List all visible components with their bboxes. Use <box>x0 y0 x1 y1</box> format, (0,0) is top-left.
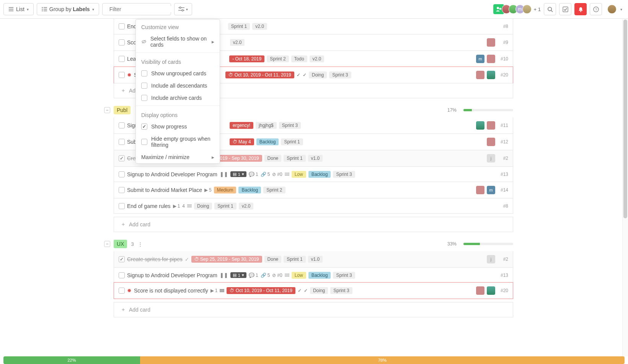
avatar[interactable]: j <box>487 154 495 162</box>
checkbox[interactable] <box>119 272 125 278</box>
checkbox[interactable] <box>119 288 125 294</box>
progress-bar <box>463 243 513 245</box>
avatar[interactable] <box>487 38 495 47</box>
svg-point-19 <box>580 11 581 12</box>
search-icon <box>547 6 553 12</box>
card-row[interactable]: Submit to Android Market Place ▶ 5 Mediu… <box>114 182 513 198</box>
eye-off-icon <box>141 39 147 44</box>
menu-show-ungrouped[interactable]: Show ungrouped cards <box>136 67 220 80</box>
card-number: #20 <box>498 72 508 78</box>
bug-icon: ✹ <box>127 288 132 294</box>
card-row[interactable]: Signup to Android Developer Program ❚❚ ▤… <box>114 166 513 182</box>
add-card-button[interactable]: ＋Add card <box>114 302 513 317</box>
avatar <box>607 5 617 14</box>
avatar[interactable] <box>476 121 484 130</box>
filter-input-wrapper[interactable] <box>102 3 171 15</box>
add-card-button[interactable]: ＋Add card <box>114 217 513 232</box>
check-square-icon <box>563 6 568 12</box>
pill: Sprint 3 <box>333 171 355 178</box>
plus-icon: ＋ <box>121 87 126 94</box>
checkbox[interactable] <box>119 23 125 29</box>
collapse-button[interactable]: − <box>104 241 110 247</box>
view-list-button[interactable]: List ▾ <box>3 3 34 15</box>
user-menu[interactable]: ▾ <box>605 4 625 15</box>
checkbox-checked[interactable] <box>119 155 125 161</box>
avatar[interactable]: j <box>487 255 495 263</box>
pill-backlog: Backlog <box>308 171 331 178</box>
avatar[interactable] <box>487 138 495 146</box>
svg-rect-8 <box>44 11 47 11</box>
menu-show-progress[interactable]: Show progress <box>136 120 220 133</box>
svg-text:?: ? <box>595 8 597 11</box>
pill: Sprint 3 <box>279 122 301 129</box>
avatar[interactable] <box>476 186 484 194</box>
customize-view-button[interactable]: ▾ <box>174 3 192 15</box>
avatar[interactable]: m <box>487 186 495 194</box>
card-row[interactable]: End of game rules ▶ 1 4 Doing Sprint 1 v… <box>114 198 513 213</box>
collaborator-avatars[interactable]: m + 1 <box>493 4 541 14</box>
checkbox <box>141 139 147 145</box>
group-header-ux: − UX 3 ⋮ 33% <box>114 240 513 248</box>
plus-icon: ＋ <box>121 306 126 313</box>
notifications-button[interactable] <box>574 3 587 15</box>
card-row-bug[interactable]: ✹ Score is not displayed correctly ▶ 1 ⏱… <box>114 282 513 299</box>
avatar[interactable] <box>487 286 495 295</box>
avatar-overflow[interactable]: + 1 <box>534 6 541 12</box>
pause-icon: ❚❚ <box>220 272 228 278</box>
checkbox[interactable] <box>119 72 125 78</box>
group-label[interactable]: UX <box>114 240 127 248</box>
checkbox <box>141 70 147 76</box>
checkbox[interactable] <box>119 187 125 193</box>
menu-include-descendants[interactable]: Include all descendants <box>136 80 220 92</box>
chevron-down-icon: ▾ <box>186 7 188 11</box>
scrollbar[interactable] <box>622 20 628 356</box>
group-label[interactable]: Publ <box>114 106 130 114</box>
checkbox[interactable] <box>119 171 125 177</box>
check-icon: ✓ <box>303 72 307 78</box>
avatar[interactable] <box>487 121 495 130</box>
checkbox-checked[interactable] <box>119 256 125 262</box>
avatar[interactable] <box>487 71 495 79</box>
menu-include-archive[interactable]: Include archive cards <box>136 92 220 104</box>
pill: v1.0 <box>308 256 323 263</box>
card-row[interactable]: Signup to Android Developer Program ❚❚ ▤… <box>114 267 513 283</box>
chevron-right-icon: ▸ <box>212 154 214 160</box>
help-button[interactable]: ? <box>590 3 602 15</box>
avatar[interactable] <box>476 286 484 295</box>
menu-section-display: Display options <box>136 107 220 120</box>
date-pill: ⏱ Oct 10, 2019 - Oct 11, 2019 <box>227 287 295 294</box>
avatar[interactable] <box>476 71 484 79</box>
check-icon: ✓ <box>304 288 308 293</box>
card-number: #8 <box>498 24 508 29</box>
avatar[interactable] <box>522 5 532 14</box>
filter-input[interactable] <box>109 6 176 12</box>
card-number: #10 <box>498 56 508 62</box>
sliders-icon <box>178 6 184 12</box>
tasks-button[interactable] <box>559 3 571 15</box>
checkbox[interactable] <box>119 122 125 128</box>
pill: v2.0 <box>310 55 325 62</box>
checkbox[interactable] <box>119 139 125 145</box>
collapse-button[interactable]: − <box>104 107 110 113</box>
search-button[interactable] <box>544 3 556 15</box>
date-pill: ⏱ Sep 25, 2019 - Sep 30, 2019 <box>191 256 262 263</box>
group-by-button[interactable]: Group by Labels ▾ <box>37 3 99 15</box>
comments-meta: 💬 1 <box>249 172 258 177</box>
menu-maximize[interactable]: Maximize / minimize▸ <box>136 151 220 163</box>
group-menu-button[interactable]: ⋮ <box>138 241 143 247</box>
menu-hide-empty[interactable]: Hide empty groups when filtering <box>136 133 220 151</box>
avatar[interactable]: m <box>476 55 484 63</box>
checkbox[interactable] <box>119 56 125 62</box>
avatar[interactable] <box>487 55 495 63</box>
play-meta: ▶ 1 <box>210 288 218 293</box>
toolbar: List ▾ Group by Labels ▾ ▾ m + 1 ? <box>0 0 628 19</box>
pill: v2.0 <box>239 203 254 210</box>
svg-point-10 <box>179 7 181 8</box>
checkbox[interactable] <box>119 39 125 46</box>
pill: Sprint 3 <box>329 72 351 78</box>
checkbox[interactable] <box>119 203 125 209</box>
menu-select-fields[interactable]: Select fields to show on cards ▸ <box>136 32 220 51</box>
card-row-done[interactable]: Create sprites for pipes ✓ ⏱ Sep 25, 201… <box>114 251 513 267</box>
chevron-down-icon: ▾ <box>620 7 622 11</box>
scrollbar-thumb[interactable] <box>623 20 627 218</box>
